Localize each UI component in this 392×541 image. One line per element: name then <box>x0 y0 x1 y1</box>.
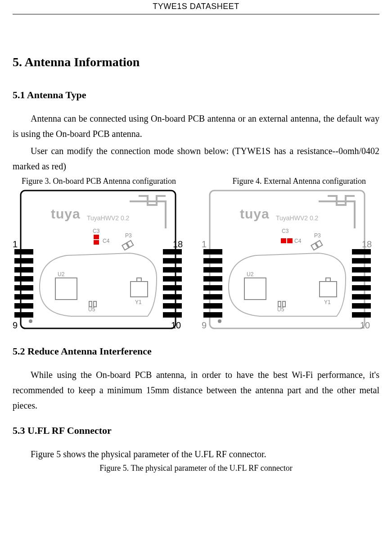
resistor-bottom <box>94 240 99 245</box>
svg-rect-6 <box>131 282 148 297</box>
svg-rect-44 <box>352 267 371 273</box>
pin-9: 9 <box>202 320 207 330</box>
figure-4-caption: Figure 4. External Antenna configuration <box>233 177 366 186</box>
label-p3: P3 <box>314 232 321 239</box>
document-title: TYWE1S DATASHEET <box>153 2 239 11</box>
svg-rect-24 <box>163 312 182 318</box>
svg-rect-47 <box>352 294 371 300</box>
svg-rect-28 <box>244 278 266 300</box>
pin-10: 10 <box>171 320 181 330</box>
label-c3: C3 <box>93 228 100 234</box>
document-header: TYWE1S DATASHEET <box>13 0 379 14</box>
section-5-heading: 5. Antenna Information <box>13 55 379 69</box>
document-page: TYWE1S DATASHEET 5. Antenna Information … <box>0 0 392 541</box>
svg-rect-42 <box>352 249 371 255</box>
pcb-diagram-onboard: tuya TuyaHWV2 0.2 C3 C4 P3 <box>13 188 184 332</box>
label-c4: C4 <box>294 238 302 244</box>
section-5-1-heading: 5.1 Antenna Type <box>13 89 379 101</box>
svg-rect-16 <box>14 312 33 318</box>
svg-rect-35 <box>203 258 222 264</box>
label-c3: C3 <box>282 228 289 234</box>
pin-9: 9 <box>13 320 18 330</box>
svg-rect-36 <box>203 267 222 273</box>
svg-rect-11 <box>14 267 33 273</box>
svg-rect-31 <box>320 282 337 297</box>
section-5-3-para-1: Figure 5 shows the physical parameter of… <box>13 446 379 462</box>
label-y1: Y1 <box>324 299 331 305</box>
figure-5-caption: Figure 5. The physical parameter of the … <box>13 464 379 473</box>
svg-rect-32 <box>326 278 330 282</box>
label-c4: C4 <box>103 238 110 244</box>
section-5-3-heading: 5.3 U.FL RF Connector <box>13 425 379 436</box>
svg-rect-5 <box>94 301 96 307</box>
svg-rect-23 <box>163 303 182 309</box>
svg-rect-7 <box>137 278 141 282</box>
svg-rect-43 <box>352 258 371 264</box>
pin-18: 18 <box>362 239 372 249</box>
svg-rect-12 <box>14 276 33 282</box>
svg-rect-49 <box>352 312 371 318</box>
svg-rect-41 <box>203 312 222 318</box>
svg-rect-48 <box>352 303 371 309</box>
label-u5: U5 <box>277 306 284 313</box>
board-logo: tuya <box>51 206 81 221</box>
svg-rect-4 <box>89 301 92 307</box>
pin-1: 1 <box>202 239 207 249</box>
svg-rect-45 <box>352 276 371 282</box>
figure-caption-row: Figure 3. On-board PCB Antenna configura… <box>13 177 379 186</box>
pcb-diagram-external: tuya TuyaHWV2 0.2 C3 C4 P3 U2 U5 <box>202 188 373 332</box>
svg-rect-3 <box>55 278 77 300</box>
svg-rect-46 <box>352 285 371 291</box>
svg-point-8 <box>29 319 32 323</box>
spacer <box>13 415 379 425</box>
board-model: TuyaHWV2 0.2 <box>87 214 130 222</box>
svg-rect-17 <box>163 249 182 255</box>
section-5-1-para-2: User can modify the connection mode show… <box>13 143 379 174</box>
pin-18: 18 <box>173 239 183 249</box>
label-y1: Y1 <box>135 299 142 305</box>
pin-1: 1 <box>13 239 18 249</box>
svg-rect-38 <box>203 285 222 291</box>
svg-rect-10 <box>14 258 33 264</box>
figures-row: tuya TuyaHWV2 0.2 C3 C4 P3 <box>13 188 379 332</box>
svg-rect-40 <box>203 303 222 309</box>
svg-rect-21 <box>163 285 182 291</box>
svg-rect-9 <box>14 249 33 255</box>
figure-3-board: tuya TuyaHWV2 0.2 C3 C4 P3 <box>13 188 184 332</box>
svg-rect-15 <box>14 303 33 309</box>
svg-rect-18 <box>163 258 182 264</box>
svg-rect-13 <box>14 285 33 291</box>
pin-10: 10 <box>360 320 370 330</box>
svg-rect-37 <box>203 276 222 282</box>
label-u2: U2 <box>58 271 65 277</box>
svg-rect-22 <box>163 294 182 300</box>
svg-rect-19 <box>163 267 182 273</box>
figure-4-board: tuya TuyaHWV2 0.2 C3 C4 P3 U2 U5 <box>202 188 373 332</box>
label-u2: U2 <box>247 271 254 277</box>
svg-rect-34 <box>203 249 222 255</box>
resistor-left <box>281 238 286 243</box>
section-5-2-para-1: While using the On-board PCB antenna, in… <box>13 367 379 413</box>
svg-rect-29 <box>278 301 281 307</box>
resistor-right <box>287 238 293 243</box>
section-5-2-heading: 5.2 Reduce Antenna Interference <box>13 346 379 357</box>
board-model: TuyaHWV2 0.2 <box>276 214 319 222</box>
svg-rect-20 <box>163 276 182 282</box>
label-p3: P3 <box>125 232 132 239</box>
svg-rect-39 <box>203 294 222 300</box>
section-5-1-para-1: Antenna can be connected using On-board … <box>13 111 379 141</box>
svg-point-33 <box>218 319 221 323</box>
svg-rect-30 <box>283 301 285 307</box>
board-logo: tuya <box>240 206 270 221</box>
resistor-top <box>94 235 99 239</box>
label-u5: U5 <box>88 306 95 313</box>
figure-3-caption: Figure 3. On-board PCB Antenna configura… <box>22 177 176 186</box>
svg-rect-14 <box>14 294 33 300</box>
